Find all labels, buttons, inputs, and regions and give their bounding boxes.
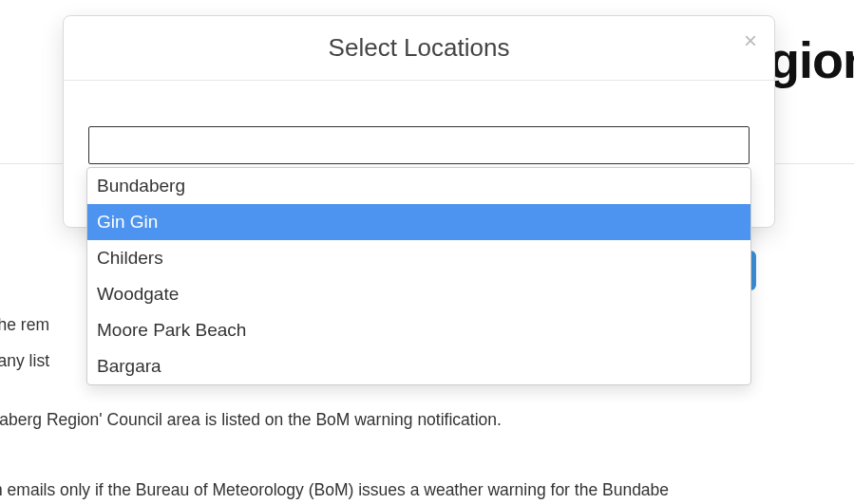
dropdown-option[interactable]: Bargara (87, 348, 750, 384)
dropdown-option[interactable]: Bundaberg (87, 168, 750, 204)
dropdown-option[interactable]: Moore Park Beach (87, 312, 750, 348)
dropdown-option[interactable]: Childers (87, 240, 750, 276)
location-search-input[interactable] (88, 126, 750, 164)
modal-header: Select Locations × (64, 16, 774, 81)
modal-title: Select Locations (83, 33, 755, 63)
location-dropdown[interactable]: BundabergGin GinChildersWoodgateMoore Pa… (86, 167, 751, 385)
close-icon[interactable]: × (744, 29, 757, 52)
dropdown-option[interactable]: Woodgate (87, 276, 750, 312)
modal-backdrop: Select Locations × BundabergGin GinChild… (0, 0, 854, 504)
dropdown-option[interactable]: Gin Gin (87, 204, 750, 240)
